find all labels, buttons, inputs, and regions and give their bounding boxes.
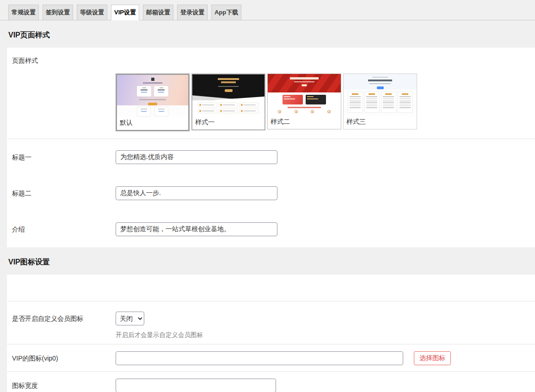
title2-label: 标题二 <box>12 186 116 200</box>
intro-label: 介绍 <box>12 222 116 236</box>
style-option-label-default: 默认 <box>117 116 188 130</box>
style-preview-3 <box>344 74 417 116</box>
style-preview-default <box>117 75 188 116</box>
tab-checkin-settings[interactable]: 签到设置 <box>43 5 73 20</box>
intro-row: 介绍 <box>7 211 535 247</box>
vip-page-style-card: 页面样式 <box>7 48 535 247</box>
style-option-1[interactable]: 样式一 <box>191 74 265 130</box>
title1-input[interactable] <box>116 150 277 164</box>
custom-icon-toggle-label: 是否开启自定义会员图标 <box>12 312 116 325</box>
custom-icon-toggle-select[interactable]: 关闭 <box>116 312 144 325</box>
icon-width-label: 图标宽度 <box>12 379 116 392</box>
tab-email-settings[interactable]: 邮箱设置 <box>143 5 173 20</box>
vip-icon-label: VIP的图标(vip0) <box>12 351 116 365</box>
title1-row: 标题一 <box>7 139 535 175</box>
custom-icon-toggle-row: 是否开启自定义会员图标 关闭 开启后才会显示自定义会员图标 <box>7 301 535 344</box>
style-option-default[interactable]: 默认 <box>116 74 190 131</box>
icon-width-input[interactable] <box>116 379 276 392</box>
custom-icon-toggle-help: 开启后才会显示自定义会员图标 <box>116 331 535 339</box>
title1-label: 标题一 <box>12 150 116 164</box>
style-thumbnails: 默认 <box>116 74 535 131</box>
tab-app-download[interactable]: App下载 <box>211 5 241 20</box>
page-style-row: 页面样式 <box>7 48 535 139</box>
title2-row: 标题二 <box>7 175 535 211</box>
style-preview-2 <box>268 74 341 116</box>
tab-level-settings[interactable]: 等级设置 <box>77 5 107 20</box>
section-title-vip-page-style: VIP页面样式 <box>0 20 535 48</box>
intro-input[interactable] <box>116 222 277 236</box>
section-title-vip-icon-settings: VIP图标设置 <box>0 247 535 275</box>
style-option-label-2: 样式二 <box>268 116 341 129</box>
empty-row <box>7 275 535 301</box>
tab-general-settings[interactable]: 常规设置 <box>8 5 39 20</box>
icon-width-row: 图标宽度 设置图标的宽度大小，不需要带px <box>7 372 535 392</box>
style-preview-1 <box>192 74 264 116</box>
vip-icon-input[interactable] <box>116 351 403 365</box>
title2-input[interactable] <box>116 186 277 200</box>
vip-icon-row: VIP的图标(vip0) 选择图标 <box>7 344 535 371</box>
page-style-label: 页面样式 <box>12 56 116 65</box>
settings-tabbar: 常规设置 签到设置 等级设置 VIP设置 邮箱设置 登录设置 App下载 <box>0 0 535 20</box>
style-option-2[interactable]: 样式二 <box>267 74 341 129</box>
style-option-3[interactable]: 样式三 <box>343 74 417 129</box>
style-option-label-3: 样式三 <box>344 116 417 129</box>
tab-vip-settings[interactable]: VIP设置 <box>111 5 139 20</box>
style-option-label-1: 样式一 <box>192 116 264 129</box>
vip-icon-settings-card: 是否开启自定义会员图标 关闭 开启后才会显示自定义会员图标 VIP的图标(vip… <box>7 275 535 392</box>
tab-login-settings[interactable]: 登录设置 <box>177 5 208 20</box>
pick-icon-button[interactable]: 选择图标 <box>414 351 451 365</box>
